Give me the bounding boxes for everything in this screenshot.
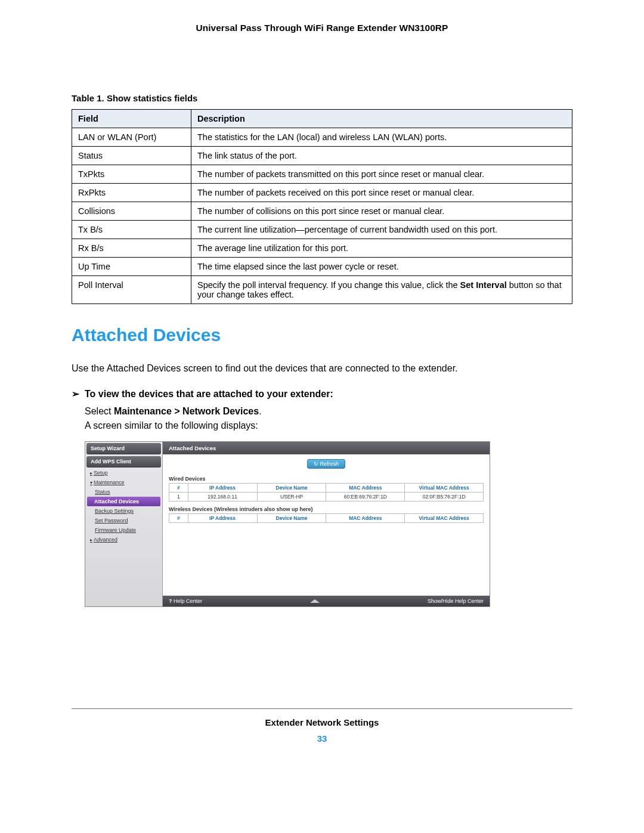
cell-field: Up Time [72, 258, 191, 276]
col-vmac: Virtual MAC Address [405, 483, 484, 492]
cell-desc: The number of packets transmitted on thi… [191, 165, 572, 184]
panel-footer: Help Center Show/Hide Help Center [163, 596, 490, 606]
add-wps-client-button[interactable]: Add WPS Client [86, 456, 161, 467]
table-row: Tx B/sThe current line utilization—perce… [72, 221, 572, 239]
setup-wizard-button[interactable]: Setup Wizard [86, 443, 161, 454]
sidebar-item-backup[interactable]: Backup Settings [85, 506, 162, 516]
poll-desc-bold: Set Interval [460, 280, 507, 290]
section-heading: Attached Devices [72, 325, 572, 345]
sidebar-item-attached-devices[interactable]: Attached Devices [87, 497, 160, 506]
refresh-button[interactable]: Refresh [307, 459, 345, 469]
sidebar-item-set-password[interactable]: Set Password [85, 516, 162, 525]
sidebar-item-status[interactable]: Status [85, 487, 162, 497]
cell-field: Status [72, 147, 191, 165]
cell-vmac: 02:0F:B5:76:2F:1D [405, 492, 484, 501]
poll-desc-pre: Specify the poll interval frequency. If … [197, 280, 460, 290]
sidebar-item-setup[interactable]: ▸Setup [85, 468, 162, 478]
cell-desc: Specify the poll interval frequency. If … [191, 276, 572, 304]
col-name: Device Name [257, 483, 326, 492]
sidebar-label: Advanced [94, 537, 117, 543]
caret-down-icon: ▾ [90, 480, 92, 485]
table-row: Rx B/sThe average line utilization for t… [72, 239, 572, 258]
cell-field: TxPkts [72, 165, 191, 184]
col-ip: IP Address [188, 483, 257, 492]
sidebar-label: Setup [94, 470, 108, 476]
cell-desc: The link status of the port. [191, 147, 572, 165]
help-center-link[interactable]: Help Center [169, 598, 202, 604]
sidebar: Setup Wizard Add WPS Client ▸Setup ▾Main… [85, 442, 163, 606]
footer-section-title: Extender Network Settings [72, 717, 572, 727]
cell-field: RxPkts [72, 184, 191, 202]
table-row: CollisionsThe number of collisions on th… [72, 202, 572, 221]
sidebar-item-firmware[interactable]: Firmware Update [85, 525, 162, 535]
col-ip: IP Address [188, 513, 257, 522]
wired-devices-label: Wired Devices [169, 476, 484, 482]
cell-field: Rx B/s [72, 239, 191, 258]
table-row: LAN or WLAN (Port)The statistics for the… [72, 128, 572, 147]
cell-desc: The current line utilization—percentage … [191, 221, 572, 239]
toggle-help-link[interactable]: Show/Hide Help Center [428, 598, 484, 604]
table-row: RxPktsThe number of packets received on … [72, 184, 572, 202]
col-name: Device Name [257, 513, 326, 522]
wireless-devices-label: Wireless Devices (Wireless intruders als… [169, 506, 484, 512]
embedded-screenshot: Setup Wizard Add WPS Client ▸Setup ▾Main… [85, 441, 490, 607]
cell-desc: The time elapsed since the last power cy… [191, 258, 572, 276]
table-row: Up TimeThe time elapsed since the last p… [72, 258, 572, 276]
expand-arrow-icon[interactable] [310, 599, 320, 603]
cell-ip: 192.168.0.11 [188, 492, 257, 501]
wireless-devices-table: # IP Address Device Name MAC Address Vir… [169, 513, 484, 523]
cell-desc: The number of packets received on this p… [191, 184, 572, 202]
cell-num: 1 [169, 492, 188, 501]
table-row: 1 192.168.0.11 USER-HP 60:EB:69:76:2F:1D… [169, 492, 484, 501]
col-num: # [169, 483, 188, 492]
step-select: Select Maintenance > Network Devices. [85, 404, 572, 419]
table-caption: Table 1. Show statistics fields [72, 93, 572, 103]
step-select-pre: Select [85, 406, 114, 416]
col-vmac: Virtual MAC Address [405, 513, 484, 522]
cell-desc: The number of collisions on this port si… [191, 202, 572, 221]
th-description: Description [191, 110, 572, 128]
footer-page-number: 33 [72, 733, 572, 744]
cell-desc: The average line utilization for this po… [191, 239, 572, 258]
th-field: Field [72, 110, 191, 128]
document-header: Universal Pass Through WiFi Range Extend… [72, 23, 572, 33]
step-heading: ➢To view the devices that are attached t… [72, 388, 572, 400]
col-num: # [169, 513, 188, 522]
step-select-post: . [259, 406, 261, 416]
table-row: TxPktsThe number of packets transmitted … [72, 165, 572, 184]
step-select-bold: Maintenance > Network Devices [114, 406, 259, 416]
section-intro: Use the Attached Devices screen to find … [72, 362, 572, 375]
panel-title: Attached Devices [163, 442, 490, 454]
cell-name: USER-HP [257, 492, 326, 501]
col-mac: MAC Address [326, 513, 405, 522]
caret-right-icon: ▸ [90, 470, 92, 476]
cell-desc: The statistics for the LAN (local) and w… [191, 128, 572, 147]
caret-right-icon: ▸ [90, 537, 92, 543]
table-row: Poll Interval Specify the poll interval … [72, 276, 572, 304]
cell-field: Tx B/s [72, 221, 191, 239]
cell-mac: 60:EB:69:76:2F:1D [326, 492, 405, 501]
cell-field: Poll Interval [72, 276, 191, 304]
step-marker-icon: ➢ [72, 388, 85, 400]
sidebar-label: Maintenance [94, 479, 125, 485]
wired-devices-table: # IP Address Device Name MAC Address Vir… [169, 483, 484, 501]
sidebar-item-maintenance[interactable]: ▾Maintenance [85, 478, 162, 487]
page-footer: Extender Network Settings 33 [72, 708, 572, 744]
cell-field: Collisions [72, 202, 191, 221]
step-title-text: To view the devices that are attached to… [85, 389, 333, 399]
statistics-table: Field Description LAN or WLAN (Port)The … [72, 109, 572, 304]
col-mac: MAC Address [326, 483, 405, 492]
step-after: A screen similar to the following displa… [85, 419, 572, 433]
sidebar-item-advanced[interactable]: ▸Advanced [85, 535, 162, 544]
main-panel: Attached Devices Refresh Wired Devices #… [163, 442, 490, 606]
table-row: StatusThe link status of the port. [72, 147, 572, 165]
cell-field: LAN or WLAN (Port) [72, 128, 191, 147]
